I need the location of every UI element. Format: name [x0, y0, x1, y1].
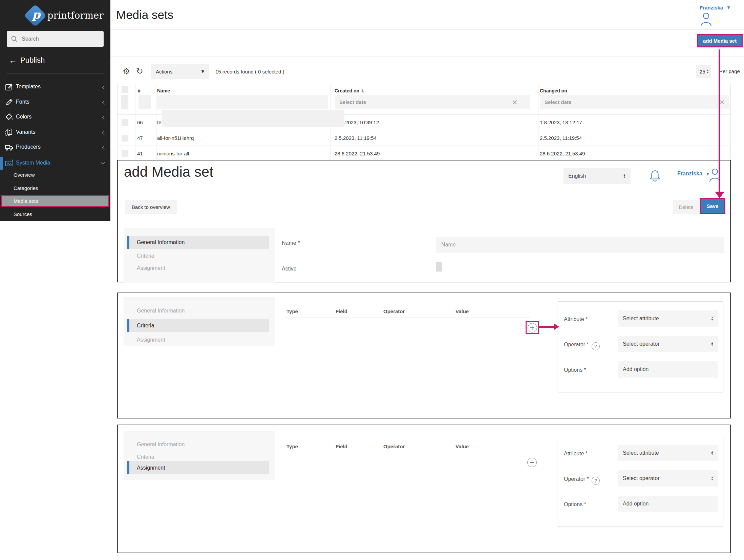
back-label: Publish	[20, 56, 45, 65]
chevron-down-icon	[100, 161, 105, 165]
user-name: Franziska	[677, 171, 702, 177]
media-sets-table: # Name Created on ↓ Changed on Select da…	[117, 84, 731, 160]
clear-created-filter-icon[interactable]: ×	[508, 95, 522, 109]
back-to-overview-button[interactable]: Back to overview	[125, 200, 177, 214]
select-arrows-icon: ▲▼	[711, 342, 714, 346]
sidebar-item-categories[interactable]: Categories	[14, 184, 38, 192]
table-row[interactable]: 47 all-for-n51Hehrq 2.5.2023, 11:19:54 2…	[118, 130, 730, 146]
tab-assignment[interactable]: Assignment	[127, 461, 269, 474]
language-select[interactable]: English ▲▼	[564, 168, 631, 184]
clear-changed-filter-icon[interactable]: ×	[715, 95, 729, 109]
operator-select[interactable]: Select operator ▲▼	[618, 336, 718, 352]
sidebar-search[interactable]	[7, 31, 104, 47]
search-input[interactable]	[21, 36, 95, 42]
tab-general-information[interactable]: General Information	[137, 306, 185, 316]
sort-down-icon: ↓	[361, 88, 365, 93]
refresh-icon[interactable]: ↻	[136, 66, 143, 76]
options-input[interactable]: Add option	[618, 361, 718, 378]
options-input[interactable]: Add option	[618, 496, 718, 512]
tutorial-arrow-head	[715, 192, 724, 198]
help-icon[interactable]: ?	[592, 477, 600, 485]
per-page-select[interactable]: 25 ▲▼	[696, 65, 711, 78]
detail-title: add Media set	[124, 164, 213, 180]
tab-assignment[interactable]: Assignment	[137, 335, 165, 345]
column-header-id[interactable]: #	[138, 87, 141, 94]
sidebar-item-media-sets[interactable]: Media sets	[1, 195, 109, 207]
user-menu[interactable]: Franziska ▼	[677, 171, 709, 177]
delete-button[interactable]: Delete	[673, 200, 699, 214]
criterion-editor-card: Attribute * Select attribute ▲▼ Operator…	[558, 436, 723, 527]
column-header-changed[interactable]: Changed on	[540, 87, 567, 94]
bell-icon[interactable]	[649, 169, 661, 182]
sidebar-item-variants[interactable]: Variants	[0, 127, 110, 139]
name-field-label: Name *	[282, 238, 300, 248]
form-nav: General Information Criteria Assignment	[124, 431, 275, 480]
sidebar-item-sources[interactable]: Sources	[14, 210, 32, 218]
add-assignment-button[interactable]: +	[527, 458, 537, 467]
chevron-left-icon	[102, 130, 105, 135]
search-icon	[11, 36, 18, 42]
detail-panel-general: add Media set English ▲▼ Franziska ▼ Bac…	[117, 160, 731, 282]
name-filter-input[interactable]	[157, 95, 328, 109]
sidebar-item-templates[interactable]: Templates	[0, 81, 110, 93]
attribute-select[interactable]: Select attribute ▲▼	[618, 310, 718, 327]
colors-icon	[5, 113, 14, 122]
add-media-set-button[interactable]: add Media set	[698, 35, 742, 46]
tab-assignment[interactable]: Assignment	[137, 263, 165, 273]
help-icon[interactable]: ?	[592, 342, 600, 350]
select-all-checkbox[interactable]	[122, 86, 128, 93]
redacted-region	[162, 110, 344, 127]
table-row[interactable]: 41 minions-for-all 28.6.2022, 21:53:49 2…	[118, 146, 730, 161]
sidebar-item-colors[interactable]: Colors	[0, 111, 110, 124]
user-name: Franziska	[700, 5, 723, 10]
operator-select[interactable]: Select operator ▲▼	[618, 470, 718, 487]
sidebar-item-fonts[interactable]: Fonts	[0, 96, 110, 109]
attribute-select[interactable]: Select attribute ▲▼	[618, 445, 718, 461]
created-date-filter[interactable]: Select date	[335, 95, 530, 109]
column-header-created[interactable]: Created on ↓	[335, 87, 365, 94]
printformer-logo-icon: p	[24, 4, 47, 27]
attribute-label: Attribute *	[564, 315, 588, 324]
row-checkbox[interactable]	[122, 119, 128, 126]
per-page-label: Per page	[719, 65, 740, 78]
column-header-name[interactable]: Name	[157, 87, 170, 94]
tab-criteria[interactable]: Criteria	[137, 251, 154, 261]
records-count: 15 records found ( 0 selected )	[215, 64, 284, 79]
sidebar-item-overview[interactable]: Overview	[14, 171, 35, 179]
tab-criteria[interactable]: Criteria	[127, 319, 269, 332]
tutorial-arrow-head	[554, 323, 559, 330]
gear-icon[interactable]: ⚙	[123, 66, 130, 76]
criteria-col-type: Type	[286, 442, 298, 451]
name-field[interactable]: Name	[436, 237, 724, 253]
row-checkbox[interactable]	[122, 150, 128, 157]
criteria-col-field: Field	[336, 442, 347, 451]
detail-panel-assignment: General Information Criteria Assignment …	[117, 425, 731, 553]
operator-label: Operator *?	[564, 474, 600, 485]
sidebar-item-producers[interactable]: Producers	[0, 142, 110, 154]
active-checkbox[interactable]	[436, 262, 442, 272]
user-menu[interactable]: Franziska ▼	[700, 5, 730, 10]
add-criterion-button[interactable]: +	[528, 323, 537, 332]
tab-general-information[interactable]: General Information	[137, 439, 185, 450]
form-nav: General Information Criteria Assignment	[124, 297, 275, 346]
actions-dropdown[interactable]: Actions ▼	[151, 64, 209, 79]
producers-icon	[5, 143, 14, 152]
id-filter-box[interactable]	[139, 95, 151, 109]
save-button[interactable]: Save	[701, 199, 724, 213]
tab-general-information[interactable]: General Information	[127, 236, 269, 249]
variants-icon	[5, 128, 14, 137]
caret-down-icon: ▼	[727, 5, 730, 10]
changed-date-filter[interactable]: Select date	[540, 95, 729, 109]
checkbox-filter-box	[121, 95, 128, 109]
select-arrows-icon: ▲▼	[623, 174, 626, 178]
criteria-col-type: Type	[286, 307, 298, 316]
user-avatar-icon[interactable]	[700, 12, 713, 26]
tab-criteria[interactable]: Criteria	[137, 452, 154, 462]
sidebar: p printformer ← Publish Templates Fonts	[0, 0, 110, 221]
row-checkbox[interactable]	[122, 135, 128, 142]
back-to-publish[interactable]: ← Publish	[9, 56, 45, 65]
save-button-highlight: Save	[700, 198, 725, 214]
fonts-icon	[5, 98, 14, 107]
sidebar-item-system-media[interactable]: System Media	[0, 157, 110, 170]
sidebar-divider	[7, 73, 104, 73]
